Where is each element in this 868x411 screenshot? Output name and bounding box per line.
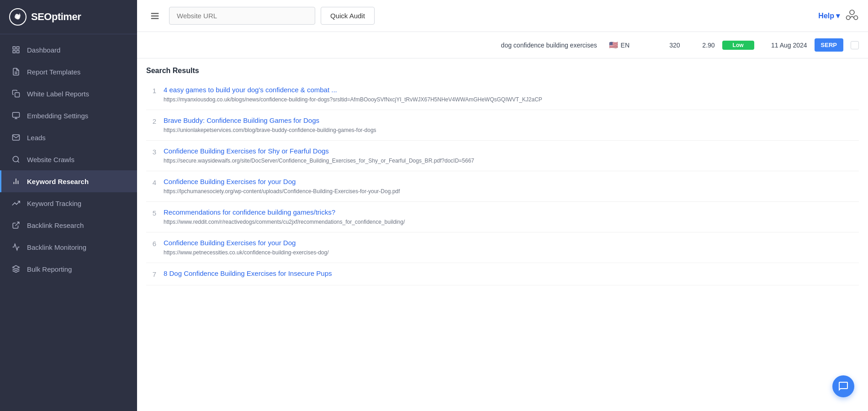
copy-icon xyxy=(11,89,21,98)
sidebar-label-embedding-settings: Embedding Settings xyxy=(27,112,88,120)
result-number: 6 xyxy=(146,239,156,248)
result-url: https://secure.waysidewaifs.org/site/Doc… xyxy=(164,158,474,164)
result-title[interactable]: Confidence Building Exercises for your D… xyxy=(164,178,859,185)
svg-point-24 xyxy=(847,16,850,19)
svg-point-12 xyxy=(13,156,18,162)
nav-list: Dashboard Report Templates White Label R… xyxy=(0,34,137,285)
result-number: 3 xyxy=(146,147,156,156)
result-item: 7 8 Dog Confidence Building Exercises fo… xyxy=(146,263,859,285)
sidebar-item-bulk-reporting[interactable]: Bulk Reporting xyxy=(0,258,137,280)
hamburger-button[interactable] xyxy=(146,9,164,23)
result-url: https://unionlakepetservices.com/blog/br… xyxy=(164,127,376,133)
chat-button[interactable] xyxy=(832,375,854,397)
content-area: Export dog confidence building exercises… xyxy=(137,32,868,411)
layers-icon xyxy=(11,264,21,274)
sidebar-label-website-crawls: Website Crawls xyxy=(27,156,74,163)
main-area: Quick Audit Help ▾ Export dog confidence… xyxy=(137,0,868,411)
svg-marker-18 xyxy=(13,266,20,269)
svg-rect-3 xyxy=(17,47,19,49)
result-number: 7 xyxy=(146,269,156,278)
bar-chart-icon xyxy=(11,177,21,186)
svg-point-23 xyxy=(854,16,857,19)
result-url: https://myanxiousdog.co.uk/blogs/news/co… xyxy=(164,96,542,103)
result-item: 3 Confidence Building Exercises for Shy … xyxy=(146,141,859,171)
result-url: https://www.reddit.com/r/reactivedogs/co… xyxy=(164,219,405,225)
sidebar-item-leads[interactable]: Leads xyxy=(0,126,137,148)
sidebar-item-dashboard[interactable]: Dashboard xyxy=(0,39,137,61)
result-title[interactable]: Confidence Building Exercises for Shy or… xyxy=(164,147,859,155)
brand-name: SEOptimer xyxy=(31,11,81,23)
sidebar-label-keyword-tracking: Keyword Tracking xyxy=(27,200,81,207)
keyword-volume: 320 xyxy=(653,42,680,49)
url-input[interactable] xyxy=(169,7,315,25)
svg-rect-9 xyxy=(13,112,20,117)
result-title[interactable]: 8 Dog Confidence Building Exercises for … xyxy=(164,269,859,277)
user-avatar-button[interactable] xyxy=(845,8,859,24)
sidebar-item-report-templates[interactable]: Report Templates xyxy=(0,61,137,83)
svg-rect-2 xyxy=(13,47,15,49)
search-icon xyxy=(11,155,21,164)
header: Quick Audit Help ▾ xyxy=(137,0,868,32)
result-url: https://lpchumanesociety.org/wp-content/… xyxy=(164,188,400,195)
result-body: Confidence Building Exercises for Shy or… xyxy=(164,147,859,164)
result-url: https://www.petnecessities.co.uk/confide… xyxy=(164,249,329,256)
chevron-down-icon: ▾ xyxy=(836,11,840,20)
sidebar-label-backlink-research: Backlink Research xyxy=(27,221,84,229)
result-title[interactable]: 4 easy games to build your dog's confide… xyxy=(164,86,859,94)
result-title[interactable]: Recommendations for confidence building … xyxy=(164,208,859,216)
search-results-title: Search Results xyxy=(146,58,859,79)
external-link-icon xyxy=(11,221,21,230)
result-item: 2 Brave Buddy: Confidence Building Games… xyxy=(146,110,859,141)
competition-badge: Low xyxy=(722,41,754,50)
svg-rect-5 xyxy=(17,51,19,53)
sidebar-item-backlink-monitoring[interactable]: Backlink Monitoring xyxy=(0,236,137,258)
svg-point-1 xyxy=(16,16,19,18)
result-number: 4 xyxy=(146,178,156,186)
keyword-date: 11 Aug 2024 xyxy=(762,42,807,49)
result-item: 4 Confidence Building Exercises for your… xyxy=(146,171,859,202)
sidebar-item-white-label-reports[interactable]: White Label Reports xyxy=(0,83,137,105)
result-body: Brave Buddy: Confidence Building Games f… xyxy=(164,116,859,134)
sidebar-item-backlink-research[interactable]: Backlink Research xyxy=(0,214,137,236)
keyword-text: dog confidence building exercises xyxy=(501,42,602,49)
result-title[interactable]: Confidence Building Exercises for your D… xyxy=(164,239,859,247)
svg-rect-8 xyxy=(15,93,20,97)
monitor-icon xyxy=(11,111,21,120)
sidebar-label-report-templates: Report Templates xyxy=(27,68,80,76)
mail-icon xyxy=(11,133,21,142)
sidebar: SEOptimer Dashboard Report Templates Whi… xyxy=(0,0,137,411)
svg-point-22 xyxy=(850,10,854,15)
svg-line-17 xyxy=(16,222,19,226)
svg-line-13 xyxy=(17,161,19,162)
sidebar-label-bulk-reporting: Bulk Reporting xyxy=(27,265,72,273)
result-item: 6 Confidence Building Exercises for your… xyxy=(146,232,859,263)
result-item: 1 4 easy games to build your dog's confi… xyxy=(146,79,859,110)
result-body: 8 Dog Confidence Building Exercises for … xyxy=(164,269,859,279)
svg-rect-4 xyxy=(13,51,15,53)
trending-up-icon xyxy=(11,199,21,208)
result-number: 2 xyxy=(146,116,156,125)
result-body: Confidence Building Exercises for your D… xyxy=(164,178,859,195)
search-results-section: Search Results 1 4 easy games to build y… xyxy=(137,58,868,285)
result-number: 1 xyxy=(146,86,156,95)
result-body: 4 easy games to build your dog's confide… xyxy=(164,86,859,103)
keyword-checkbox[interactable] xyxy=(851,41,859,49)
sidebar-label-white-label-reports: White Label Reports xyxy=(27,90,89,98)
sidebar-label-backlink-monitoring: Backlink Monitoring xyxy=(27,243,86,251)
quick-audit-button[interactable]: Quick Audit xyxy=(321,7,375,25)
sidebar-item-embedding-settings[interactable]: Embedding Settings xyxy=(0,105,137,126)
sidebar-item-keyword-tracking[interactable]: Keyword Tracking xyxy=(0,192,137,214)
flag-icon: 🇺🇸 xyxy=(609,41,618,49)
results-list: 1 4 easy games to build your dog's confi… xyxy=(146,79,859,285)
sidebar-logo: SEOptimer xyxy=(0,0,137,34)
keyword-language: 🇺🇸 EN xyxy=(609,41,646,49)
help-button[interactable]: Help ▾ xyxy=(818,11,840,20)
sidebar-label-dashboard: Dashboard xyxy=(27,46,60,54)
sidebar-item-website-crawls[interactable]: Website Crawls xyxy=(0,148,137,170)
sidebar-item-keyword-research[interactable]: Keyword Research xyxy=(0,170,137,192)
sidebar-label-keyword-research: Keyword Research xyxy=(27,178,89,185)
result-title[interactable]: Brave Buddy: Confidence Building Games f… xyxy=(164,116,859,124)
keyword-cpc: 2.90 xyxy=(688,42,715,49)
serp-button[interactable]: SERP xyxy=(815,38,843,52)
keyword-row: Export dog confidence building exercises… xyxy=(137,32,868,58)
